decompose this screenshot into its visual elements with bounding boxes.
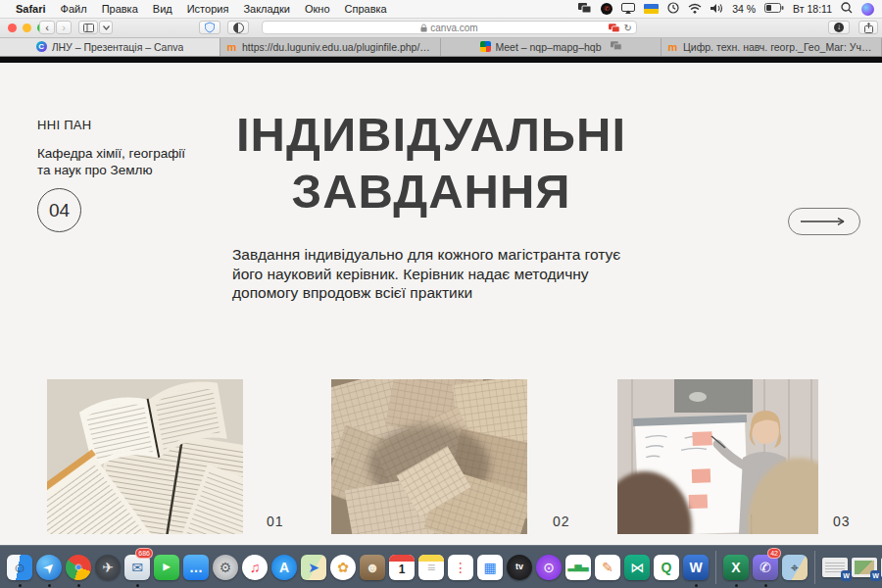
dock-messages[interactable]: …	[182, 548, 210, 587]
volume-icon[interactable]	[710, 3, 723, 16]
tab-canva-presentation[interactable]: C ЛНУ – Презентація – Canva	[0, 37, 220, 56]
dock-word[interactable]: W	[682, 548, 710, 587]
dock-keynote[interactable]: ▦	[476, 548, 504, 587]
facetime-icon: ▶	[154, 555, 179, 580]
tab-screen-share-icon	[611, 41, 622, 53]
menu-bookmarks[interactable]: Закладки	[243, 3, 290, 15]
ukraine-flag-input-icon[interactable]	[644, 4, 659, 14]
url-text: canva.com	[430, 23, 477, 33]
airplay-display-icon[interactable]	[621, 3, 635, 16]
menu-help[interactable]: Справка	[345, 3, 387, 15]
dock-chrome[interactable]: ●	[65, 548, 92, 587]
menu-history[interactable]: История	[187, 3, 229, 15]
dock-notes[interactable]: ≡	[417, 548, 445, 587]
tab-group-chevron-button[interactable]	[99, 21, 113, 34]
reload-icon[interactable]: ↻	[624, 23, 632, 33]
close-window-button[interactable]	[8, 24, 17, 32]
page-top-black-strip	[0, 56, 882, 63]
qgis-icon: Q	[654, 555, 679, 580]
dock-minimized-window-map[interactable]: W	[851, 548, 878, 587]
xmind-icon: ⋈	[624, 555, 650, 580]
share-button[interactable]	[858, 21, 878, 34]
address-bar[interactable]: canva.com ↻	[262, 21, 637, 34]
minimize-window-button[interactable]	[23, 24, 31, 32]
menu-edit[interactable]: Правка	[102, 3, 138, 15]
dock-excel[interactable]: X	[722, 548, 750, 587]
slide-title: ІНДИВІДУАЛЬНІ ЗАВДАННЯ	[176, 106, 686, 220]
menu-file[interactable]: Файл	[61, 3, 87, 15]
dock-maps[interactable]: ➤	[300, 548, 327, 587]
dock-preview[interactable]: ⌖	[781, 548, 808, 587]
figure-label-02: 02	[553, 514, 570, 529]
notes-icon: ≡	[418, 555, 444, 580]
sidebar-toggle-button[interactable]	[78, 21, 98, 34]
dock-pages[interactable]: ✎	[594, 548, 621, 587]
slide-body-text: Завдання індивідуально для кожного магіс…	[232, 245, 622, 303]
next-slide-button[interactable]	[788, 208, 860, 235]
tab-moodle-participants[interactable]: m Цифр. техн. навч. геогр._Гео_Маг: Учас…	[662, 37, 882, 56]
adblock-extension-button[interactable]	[199, 21, 220, 34]
finder-icon: ☺	[7, 555, 32, 580]
safari-running-indicator	[48, 584, 51, 587]
dock-xmind[interactable]: ⋈	[623, 548, 651, 587]
half-circle-icon	[233, 23, 244, 33]
photos-glyph: ✿	[337, 561, 349, 574]
menu-safari[interactable]: Safari	[16, 3, 46, 15]
lock-icon	[420, 24, 427, 32]
dock-numbers[interactable]: ▂▅▃	[564, 548, 592, 587]
pages-icon: ✎	[595, 555, 620, 580]
dock-qgis[interactable]: Q	[653, 548, 680, 587]
siri-icon[interactable]	[861, 3, 874, 16]
dock-viber[interactable]: ✆42	[752, 548, 779, 587]
dark-mode-extension-button[interactable]	[227, 21, 249, 34]
figure-presenter-flipchart	[617, 379, 818, 534]
battery-percentage[interactable]: 34 %	[732, 3, 756, 15]
chrome-icon: ●	[66, 555, 91, 580]
finder-glyph: ☺	[13, 561, 26, 574]
menu-window[interactable]: Окно	[305, 3, 330, 15]
safari-toolbar: ‹ › canva.com ↻ ↓	[0, 19, 882, 38]
battery-icon[interactable]	[764, 3, 784, 15]
dock-minimized-window-document[interactable]: W	[821, 548, 849, 587]
dock-safari[interactable]: ➤	[35, 548, 63, 587]
dock-calendar[interactable]: 1	[388, 548, 416, 587]
downloads-button[interactable]: ↓	[828, 21, 850, 34]
dock-apple-tv[interactable]: tv	[506, 548, 533, 587]
screen-mirroring-icon[interactable]	[578, 3, 592, 16]
forward-button[interactable]: ›	[56, 21, 72, 34]
menu-view[interactable]: Вид	[153, 3, 172, 15]
preview-glyph: ⌖	[791, 561, 799, 574]
moodle-favicon: m	[226, 41, 237, 52]
minimized-window-document-thumbnail: W	[822, 558, 848, 577]
macos-menu-bar: Safari Файл Правка Вид История Закладки …	[0, 0, 882, 19]
dock-mail[interactable]: ✉686	[123, 548, 151, 587]
figure-label-03: 03	[833, 514, 851, 529]
time-machine-icon[interactable]	[667, 2, 679, 16]
dock-music[interactable]: ♫	[241, 548, 269, 587]
dock-photos[interactable]: ✿	[329, 548, 357, 587]
dock-facetime[interactable]: ▶	[153, 548, 180, 587]
mail-glyph: ✉	[131, 561, 143, 574]
dock-finder[interactable]: ☺	[6, 548, 33, 587]
maps-glyph: ➤	[308, 561, 319, 574]
viber-notification-badge: 42	[767, 548, 781, 559]
spotlight-search-icon[interactable]	[841, 2, 853, 16]
dock-reminders[interactable]: ⋮	[447, 548, 474, 587]
dock-system-preferences[interactable]: ⚙	[212, 548, 239, 587]
tab-mirroring-icon[interactable]	[609, 24, 620, 33]
back-button[interactable]: ‹	[39, 21, 55, 34]
menu-bar-clock[interactable]: Вт 18:11	[793, 3, 832, 15]
dock-app-store[interactable]: A	[270, 548, 298, 587]
tab-title: Цифр. техн. навч. геогр._Гео_Маг: Учасни…	[683, 41, 875, 53]
share-icon	[864, 23, 873, 33]
dock-launchpad[interactable]: ✈	[94, 548, 122, 587]
scattered-maps-illustration	[331, 379, 527, 534]
wifi-icon[interactable]	[688, 3, 702, 16]
call-status-icon[interactable]: ✆	[601, 3, 612, 15]
tab-google-meet[interactable]: Meet – nqp–mapg–hqb	[441, 37, 662, 56]
dock-contacts[interactable]: ☻	[359, 548, 386, 587]
tab-moodle-pluginfile[interactable]: m https://du.luguniv.edu.ua/pluginfile.p…	[220, 37, 441, 56]
dock-podcasts[interactable]: ⊙	[535, 548, 563, 587]
numbers-icon: ▂▅▃	[565, 555, 591, 580]
shield-icon	[205, 22, 215, 33]
